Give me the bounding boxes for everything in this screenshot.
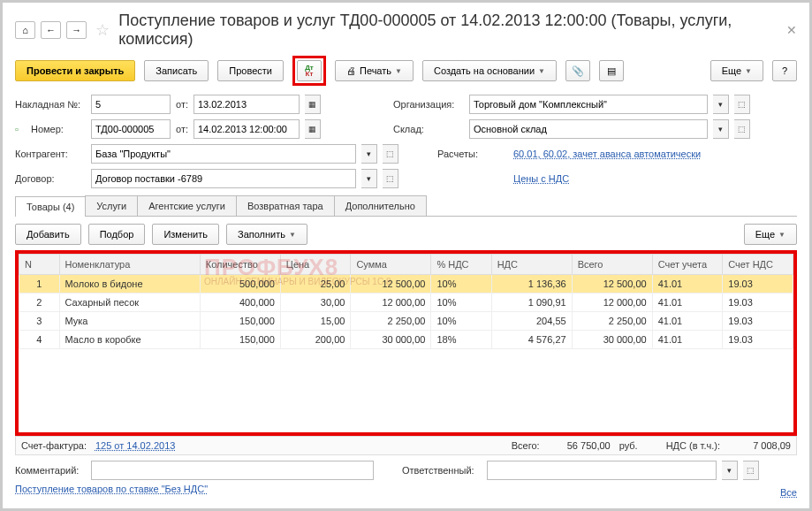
- calendar-icon[interactable]: ▦: [305, 119, 321, 139]
- col-vat-pct[interactable]: % НДС: [431, 255, 491, 275]
- edit-button[interactable]: Изменить: [152, 224, 219, 245]
- open-icon[interactable]: ⬚: [734, 119, 750, 139]
- table-row[interactable]: 1Молоко в бидоне500,00025,0012 500,0010%…: [19, 275, 793, 294]
- attach-button[interactable]: 📎: [565, 60, 590, 81]
- tab-services[interactable]: Услуги: [85, 195, 138, 216]
- invoice-label: Накладная №:: [15, 99, 86, 110]
- chevron-down-icon: ▼: [538, 67, 545, 75]
- fill-button[interactable]: Заполнить ▼: [226, 224, 307, 245]
- vat-prices-link[interactable]: Цены с НДС: [513, 173, 569, 184]
- home-button[interactable]: ⌂: [15, 21, 35, 39]
- status-icon: ▫: [15, 124, 26, 134]
- invoice-facture-label: Счет-фактура:: [21, 440, 87, 451]
- calendar-icon[interactable]: ▦: [305, 95, 321, 114]
- vat-label: НДС (в т.ч.):: [666, 440, 720, 451]
- page-title: Поступление товаров и услуг ТД00-000005 …: [118, 11, 781, 49]
- chevron-down-icon: ▼: [395, 67, 402, 75]
- goods-table-wrap: ПРОФБУХ8 ОНЛАЙН-СЕМИНАРЫ И ВИДЕОКУРСЫ 1С…: [15, 250, 797, 436]
- post-close-button[interactable]: Провести и закрыть: [15, 60, 135, 81]
- doc-date-input[interactable]: [194, 119, 300, 139]
- create-based-button[interactable]: Создать на основании ▼: [422, 60, 557, 81]
- currency: руб.: [619, 440, 638, 451]
- highlighted-dtkt: ДтКт: [292, 56, 326, 86]
- number-label: Номер:: [31, 124, 86, 134]
- warehouse-input[interactable]: [469, 119, 708, 139]
- add-button[interactable]: Добавить: [15, 224, 81, 245]
- settlements-label: Расчеты:: [437, 149, 508, 159]
- dropdown-icon[interactable]: ▾: [722, 461, 738, 480]
- tab-returnable[interactable]: Возвратная тара: [236, 195, 335, 216]
- help-button[interactable]: ?: [772, 60, 797, 81]
- col-nomenclature[interactable]: Номенклатура: [59, 255, 200, 275]
- goods-table[interactable]: N Номенклатура Количество Цена Сумма % Н…: [19, 254, 793, 349]
- post-button[interactable]: Провести: [217, 60, 284, 81]
- table-row[interactable]: 2Сахарный песок400,00030,0012 000,0010%1…: [19, 294, 793, 312]
- comment-label: Комментарий:: [15, 465, 86, 476]
- save-button[interactable]: Записать: [144, 60, 209, 81]
- favorite-star-icon[interactable]: ☆: [95, 20, 110, 40]
- number-input[interactable]: [91, 119, 171, 139]
- col-sum[interactable]: Сумма: [351, 255, 431, 275]
- chevron-down-icon: ▼: [778, 231, 785, 239]
- pick-button[interactable]: Подбор: [88, 224, 146, 245]
- responsible-input[interactable]: [487, 461, 717, 480]
- col-qty[interactable]: Количество: [200, 255, 280, 275]
- dtkt-button[interactable]: ДтКт: [297, 60, 322, 81]
- open-icon[interactable]: ⬚: [383, 144, 398, 164]
- contragent-label: Контрагент:: [15, 149, 86, 159]
- settlements-link[interactable]: 60.01, 60.02, зачет аванса автоматически: [513, 149, 701, 159]
- open-icon[interactable]: ⬚: [743, 461, 759, 480]
- chevron-down-icon: ▼: [745, 67, 752, 75]
- total-label: Всего:: [512, 440, 540, 451]
- contract-input[interactable]: [91, 169, 356, 188]
- org-input[interactable]: [469, 95, 708, 114]
- print-icon: 🖨: [346, 65, 356, 76]
- tab-goods[interactable]: Товары (4): [15, 196, 86, 217]
- tab-additional[interactable]: Дополнительно: [334, 195, 427, 216]
- col-price[interactable]: Цена: [280, 255, 351, 275]
- dropdown-icon[interactable]: ▾: [361, 169, 377, 188]
- dtkt-icon: ДтКт: [305, 65, 314, 77]
- invoice-facture-link[interactable]: 125 от 14.02.2013: [95, 440, 175, 451]
- col-total[interactable]: Всего: [572, 255, 652, 275]
- table-row[interactable]: 4Масло в коробке150,000200,0030 000,0018…: [19, 331, 793, 349]
- tab-agent[interactable]: Агентские услуги: [137, 195, 237, 216]
- chevron-down-icon: ▼: [289, 231, 296, 239]
- col-vat-account[interactable]: Счет НДС: [723, 255, 793, 275]
- table-row[interactable]: 3Мука150,00015,002 250,0010%204,552 250,…: [19, 312, 793, 331]
- warehouse-label: Склад:: [393, 124, 464, 134]
- col-n[interactable]: N: [19, 255, 60, 275]
- from-label: от:: [176, 99, 188, 110]
- close-icon[interactable]: ✕: [786, 23, 797, 37]
- open-icon[interactable]: ⬚: [734, 95, 750, 114]
- from2-label: от:: [176, 124, 188, 134]
- contract-label: Договор:: [15, 173, 86, 184]
- responsible-label: Ответственный:: [402, 465, 482, 476]
- invoice-date-input[interactable]: [194, 95, 300, 114]
- back-button[interactable]: ←: [41, 21, 61, 39]
- print-button[interactable]: 🖨 Печать ▼: [335, 60, 414, 81]
- dropdown-icon[interactable]: ▾: [713, 119, 729, 139]
- total-value: 56 750,00: [549, 440, 611, 451]
- dropdown-icon[interactable]: ▾: [713, 95, 729, 114]
- table-more-button[interactable]: Еще ▼: [744, 224, 797, 245]
- dropdown-icon[interactable]: ▾: [361, 144, 377, 164]
- invoice-no-input[interactable]: [91, 95, 171, 114]
- contragent-input[interactable]: [91, 144, 356, 164]
- report-button[interactable]: ▤: [599, 60, 624, 81]
- more-button[interactable]: Еще ▼: [710, 60, 763, 81]
- org-label: Организация:: [393, 99, 464, 110]
- comment-input[interactable]: [91, 461, 374, 480]
- bottom-link[interactable]: Поступление товаров по ставке "Без НДС": [15, 484, 208, 494]
- all-link[interactable]: Все: [780, 487, 797, 498]
- vat-value: 7 008,09: [729, 440, 791, 451]
- forward-button[interactable]: →: [66, 21, 87, 39]
- col-account[interactable]: Счет учета: [652, 255, 723, 275]
- open-icon[interactable]: ⬚: [383, 169, 398, 188]
- col-vat[interactable]: НДС: [491, 255, 572, 275]
